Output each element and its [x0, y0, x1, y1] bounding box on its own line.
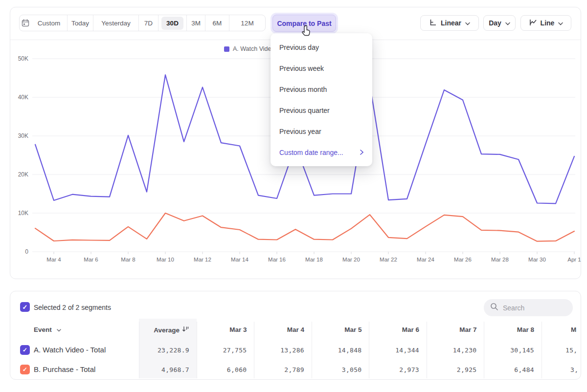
cell-partial-0: 15, [565, 347, 581, 354]
column-header-partial: M [571, 326, 576, 333]
column-header-mar-6[interactable]: Mar 6 [369, 326, 419, 333]
column-header-mar-7[interactable]: Mar 7 [427, 326, 477, 333]
menu-item-label: Custom date range... [279, 149, 343, 156]
cell-1-1: 2,789 [254, 366, 304, 373]
preset-3m[interactable]: 3M [187, 15, 205, 31]
selected-summary: Selected 2 of 2 segments [34, 304, 111, 311]
legend-label: A. Watch Video [233, 45, 274, 52]
cell-1-2: 3,050 [312, 366, 362, 373]
preset-label: Yesterday [96, 17, 135, 30]
menu-item-previous-day[interactable]: Previous day [271, 37, 372, 58]
search-icon [490, 303, 498, 313]
compare-to-past-menu: Previous dayPrevious weekPrevious monthP… [271, 33, 372, 166]
preset-30d[interactable]: 30D [158, 15, 187, 31]
cell-1-0: 6,060 [197, 366, 247, 373]
menu-item-label: Previous quarter [279, 107, 330, 114]
date-header-label: Mar 8 [517, 326, 534, 333]
cell-0-5: 30,145 [484, 347, 534, 354]
cell-0-2: 14,848 [312, 347, 362, 354]
sort-descending-icon [182, 326, 189, 334]
linear-axis-icon [429, 19, 437, 28]
row-label: B. Purchase - Total [34, 365, 95, 373]
menu-item-label: Previous month [279, 86, 327, 93]
row-checkbox-watch-video[interactable]: ✓ [20, 345, 30, 355]
average-header-label: Average [154, 327, 180, 334]
chevron-down-icon [57, 326, 61, 333]
cell-average-1: 4,968.7 [139, 366, 189, 373]
cell-average-0: 23,228.9 [139, 347, 189, 354]
preset-yesterday[interactable]: Yesterday [93, 15, 139, 31]
row-label: A. Watch Video - Total [34, 346, 106, 354]
menu-item-custom-date-range[interactable]: Custom date range... [271, 142, 372, 163]
preset-7d[interactable]: 7D [139, 15, 158, 31]
date-header-label: Mar 3 [229, 326, 247, 333]
preset-label: 6M [208, 17, 227, 30]
column-separator [542, 322, 542, 378]
calendar-icon [22, 19, 29, 27]
cell-1-5: 6,484 [484, 366, 534, 373]
chevron-down-icon [505, 19, 510, 27]
preset-custom[interactable]: Custom [20, 15, 68, 31]
column-header-average[interactable]: Average [139, 326, 189, 334]
preset-today[interactable]: Today [68, 15, 93, 31]
preset-label: 30D [161, 17, 183, 30]
mouse-cursor-hand-icon [300, 24, 313, 39]
cell-1-3: 2,973 [369, 366, 419, 373]
date-header-label: Mar 5 [344, 326, 361, 333]
segments-table-card: ✓ Selected 2 of 2 segments Search Event … [10, 291, 581, 380]
menu-item-previous-year[interactable]: Previous year [271, 121, 372, 142]
date-header-label: M [571, 326, 576, 333]
cell-partial-1: 3, [570, 366, 581, 373]
row-checkbox-purchase[interactable]: ✓ [20, 365, 30, 374]
column-header-event[interactable]: Event [34, 326, 61, 333]
preset-label: 7D [139, 17, 158, 30]
menu-item-label: Previous year [279, 128, 321, 135]
cell-1-4: 2,925 [427, 366, 477, 373]
scale-label: Linear [441, 19, 461, 27]
cell-0-0: 27,755 [197, 347, 247, 354]
column-header-mar-4[interactable]: Mar 4 [254, 326, 304, 333]
column-header-mar-8[interactable]: Mar 8 [484, 326, 534, 333]
menu-item-previous-quarter[interactable]: Previous quarter [271, 100, 372, 121]
chevron-down-icon [558, 19, 563, 27]
select-all-checkbox[interactable]: ✓ [20, 302, 30, 312]
scale-dropdown-button[interactable]: Linear [420, 15, 479, 31]
cell-0-4: 14,230 [427, 347, 477, 354]
interval-label: Day [489, 19, 501, 27]
preset-label: Today [67, 17, 94, 30]
date-header-label: Mar 6 [402, 326, 419, 333]
chart-type-dropdown-button[interactable]: Line [520, 15, 571, 31]
chevron-right-icon [360, 149, 363, 156]
date-range-preset-group: CustomTodayYesterday7D30D3M6M12M [19, 15, 266, 31]
menu-item-label: Previous week [279, 65, 324, 72]
menu-item-label: Previous day [279, 44, 319, 51]
cell-0-3: 14,344 [369, 347, 419, 354]
menu-item-previous-week[interactable]: Previous week [271, 58, 372, 79]
event-header-label: Event [34, 326, 52, 333]
preset-12m[interactable]: 12M [229, 15, 265, 31]
line-chart-icon [529, 19, 537, 28]
date-header-label: Mar 4 [287, 326, 304, 333]
search-placeholder: Search [503, 304, 524, 312]
column-header-mar-3[interactable]: Mar 3 [197, 326, 247, 333]
menu-item-previous-month[interactable]: Previous month [271, 79, 372, 100]
interval-dropdown-button[interactable]: Day [483, 15, 516, 31]
preset-label: 3M [186, 17, 205, 30]
chevron-down-icon [465, 19, 470, 27]
chart-legend: A. Watch Video [224, 45, 274, 52]
preset-6m[interactable]: 6M [205, 15, 229, 31]
legend-swatch-watch-video [224, 46, 229, 52]
preset-label: Custom [33, 17, 66, 30]
cell-0-1: 13,286 [254, 347, 304, 354]
column-header-mar-5[interactable]: Mar 5 [312, 326, 362, 333]
search-input[interactable]: Search [484, 299, 573, 316]
chart-type-label: Line [541, 19, 555, 27]
preset-label: 12M [236, 17, 258, 30]
date-header-label: Mar 7 [459, 326, 476, 333]
